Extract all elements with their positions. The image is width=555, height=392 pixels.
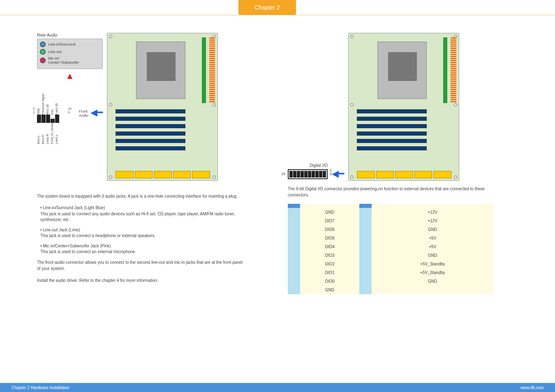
arrow-up-icon: ▲ bbox=[37, 71, 103, 81]
list-item: Line-out Jack (Lime)This jack is used to… bbox=[40, 227, 243, 239]
front-audio-connector: GND Presence Signal Mic2-JD Key Line2-JD… bbox=[37, 94, 66, 144]
jack-linein-icon bbox=[40, 42, 46, 47]
dio-num-12: 1 2 bbox=[330, 168, 332, 176]
jack-lineout-row: Line-out bbox=[40, 49, 100, 55]
fa-num-2: 2 bbox=[33, 107, 35, 111]
fa-num-9: 9 bbox=[68, 111, 72, 114]
dio-pinout-table: GND+12V DIO7+12V DIO6GND DIO5+5V DIO4+5V… bbox=[288, 204, 493, 294]
bullet-micin-body: This jack is used to connect an external… bbox=[40, 249, 136, 254]
rear-audio-intro: The system board is equipped with 3 audi… bbox=[37, 193, 243, 199]
table-row: DIO4+5V bbox=[288, 242, 493, 251]
arrow-left-icon: ◀━ bbox=[332, 168, 344, 179]
motherboard-diagram bbox=[107, 33, 218, 181]
motherboard-diagram bbox=[348, 33, 459, 181]
jack-micin-label: Mic-in/ Center+Subwoofer bbox=[48, 56, 79, 65]
fa-pin-line2l: Line2-L bbox=[55, 123, 59, 144]
fa-pin-line2r: Line2-R bbox=[46, 123, 50, 144]
fa-pin-row-bot bbox=[37, 119, 66, 123]
jack-lineout-icon bbox=[40, 49, 46, 55]
fa-pin-line2jd: Line2-JD bbox=[55, 94, 59, 115]
right-column: Digital I/O 19 1 2 ◀━ bbox=[288, 33, 493, 294]
table-row: DIO7+12V bbox=[288, 217, 493, 225]
fa-pin-mic2r: Mic2-R bbox=[42, 123, 46, 144]
fa-labels-bot: Mic2-L Mic2-R Line2-R Front_IO_Sense Lin… bbox=[37, 123, 66, 144]
table-row bbox=[288, 204, 493, 208]
driver-note: Install the audio driver. Refer to the c… bbox=[37, 277, 243, 284]
rear-audio-title: Rear Audio bbox=[37, 33, 103, 37]
fa-pin-row-top bbox=[37, 115, 66, 119]
ram-slots-icon bbox=[451, 37, 456, 103]
table-row: GND+12V bbox=[288, 208, 493, 217]
list-item: Line-in/Surround Jack (Light Blue)This j… bbox=[40, 205, 243, 223]
banner-rule bbox=[0, 15, 555, 15]
bullet-lineout-title: Line-out Jack (Lime) bbox=[43, 228, 80, 232]
table-row: DIO6GND bbox=[288, 225, 493, 234]
rear-audio-box: Rear Audio Line-in/Surround Line-out Mic… bbox=[37, 33, 103, 144]
rear-audio-jacks: Line-in/Surround Line-out Mic-in/ Center… bbox=[37, 39, 103, 69]
cpu-socket-icon bbox=[136, 42, 185, 99]
table-row: DIO2+5V_Standby bbox=[288, 260, 493, 268]
cpu-socket-icon bbox=[377, 42, 427, 99]
fa-num-10: 10 bbox=[68, 107, 72, 111]
table-row: DIO5+5V bbox=[288, 234, 493, 242]
jack-micin-icon bbox=[40, 58, 46, 63]
chapter-banner: Chapter 2 bbox=[0, 0, 555, 18]
jack-descriptions: Line-in/Surround Jack (Light Blue)This j… bbox=[37, 205, 243, 255]
front-audio-desc: The front audio connector allows you to … bbox=[37, 259, 243, 272]
jack-linein-label: Line-in/Surround bbox=[48, 42, 76, 46]
fa-pin-presence: Presence Signal bbox=[42, 94, 46, 115]
dio-num-19: 19 bbox=[281, 172, 285, 176]
table-row: DIO3GND bbox=[288, 251, 493, 260]
dio-pins: 19 1 2 bbox=[288, 169, 328, 179]
bullet-lineout-body: This jack is used to connect a headphone… bbox=[40, 233, 155, 238]
table-row: DIO0GND bbox=[288, 277, 493, 286]
fa-num-left: 2 1 bbox=[33, 107, 35, 114]
jack-micin-row: Mic-in/ Center+Subwoofer bbox=[40, 56, 100, 65]
bullet-micin-title: Mic-in/Center+Subwoofer Jack (Pink) bbox=[43, 244, 111, 248]
dio-diagram-wrap: Digital I/O 19 1 2 ◀━ bbox=[288, 33, 493, 181]
arrow-left-icon: ◀━ bbox=[90, 107, 103, 118]
jack-lineout-label: Line-out bbox=[48, 50, 62, 54]
fa-pin-frontio: Front_IO_Sense bbox=[51, 123, 55, 144]
fa-labels-top: GND Presence Signal Mic2-JD Key Line2-JD bbox=[37, 94, 66, 115]
table-row: DIO1+5V_Standby bbox=[288, 268, 493, 277]
page-footer: Chapter 2 Hardware Installation www.dfi.… bbox=[0, 383, 555, 392]
io-strip-icon bbox=[357, 171, 451, 178]
io-strip-icon bbox=[116, 171, 210, 178]
fa-pin-mic2l: Mic2-L bbox=[37, 123, 41, 144]
dio-num-2: 2 bbox=[330, 172, 332, 176]
fa-num-right: 10 9 bbox=[68, 107, 72, 114]
table-row: GND bbox=[288, 286, 493, 294]
dio-title: Digital I/O bbox=[288, 163, 328, 168]
bullet-linein-body: This jack is used to connect any audio d… bbox=[40, 212, 235, 222]
fa-pin-gnd: GND bbox=[37, 94, 41, 115]
pci-slots-icon bbox=[116, 109, 185, 171]
footer-left: Chapter 2 Hardware Installation bbox=[12, 385, 69, 390]
footer-right: www.dfi.com bbox=[520, 385, 543, 390]
dio-connector-box: Digital I/O 19 1 2 bbox=[288, 163, 328, 181]
dimm-icon bbox=[202, 37, 206, 103]
dimm-icon bbox=[443, 37, 447, 103]
fa-num-1: 1 bbox=[33, 111, 35, 114]
left-column: Rear Audio Line-in/Surround Line-out Mic… bbox=[37, 33, 243, 289]
front-audio-label: Front Audio bbox=[79, 109, 88, 118]
list-item: Mic-in/Center+Subwoofer Jack (Pink)This … bbox=[40, 243, 243, 255]
fa-pin-mic2jd: Mic2-JD bbox=[46, 94, 50, 115]
jack-linein-row: Line-in/Surround bbox=[40, 42, 100, 47]
audio-diagram-wrap: Rear Audio Line-in/Surround Line-out Mic… bbox=[37, 33, 243, 181]
ram-slots-icon bbox=[209, 37, 215, 103]
bullet-linein-title: Line-in/Surround Jack (Light Blue) bbox=[43, 205, 105, 210]
chapter-tab: Chapter 2 bbox=[238, 0, 296, 15]
dio-description: The 8-bit Digital I/O connector provides… bbox=[288, 186, 493, 198]
pci-slots-icon bbox=[357, 109, 427, 171]
fa-pin-key: Key bbox=[51, 94, 55, 115]
